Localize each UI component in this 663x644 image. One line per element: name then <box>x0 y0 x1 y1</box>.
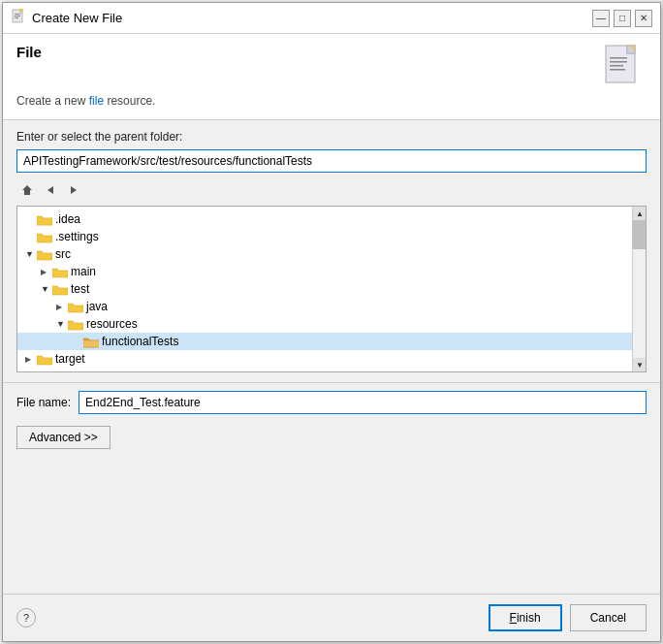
finish-underline-f: F <box>510 611 517 625</box>
scrollbar-down-button[interactable]: ▼ <box>633 358 647 371</box>
tree-label-idea: .idea <box>55 212 80 226</box>
filename-input[interactable] <box>79 391 647 414</box>
tree-item-src[interactable]: ▼ src <box>17 245 646 263</box>
advanced-section: Advanced >> <box>3 422 660 457</box>
tree-label-java: java <box>86 300 108 313</box>
svg-rect-4 <box>15 17 18 18</box>
header-section: File Create a new file resource. <box>3 34 660 120</box>
file-link[interactable]: file <box>89 94 104 108</box>
footer: ? Finish Cancel <box>3 594 660 641</box>
tree-label-test: test <box>71 282 89 296</box>
body-section: Enter or select the parent folder: <box>3 120 660 382</box>
minimize-button[interactable]: — <box>592 10 610 27</box>
dialog-title: Create New File <box>32 11 586 25</box>
tree-arrow-java[interactable]: ▶ <box>56 303 68 311</box>
file-illustration-icon <box>600 44 647 90</box>
tree-label-src: src <box>55 247 71 261</box>
parent-folder-input[interactable] <box>16 149 647 173</box>
folder-icon-main <box>52 266 68 278</box>
scrollbar-up-button[interactable]: ▲ <box>633 207 647 220</box>
folder-icon-src <box>37 248 52 261</box>
finish-button[interactable]: Finish <box>489 604 562 631</box>
folder-icon-settings <box>37 231 52 243</box>
svg-rect-6 <box>19 9 23 12</box>
parent-folder-label: Enter or select the parent folder: <box>16 130 647 144</box>
folder-tree: .idea .settings ▼ src <box>16 206 647 372</box>
scrollbar-thumb[interactable] <box>632 220 646 249</box>
svg-rect-2 <box>15 14 20 15</box>
restore-button[interactable]: □ <box>614 10 631 27</box>
forward-arrow-icon <box>68 184 79 196</box>
svg-rect-12 <box>610 65 623 67</box>
svg-marker-15 <box>22 185 32 195</box>
filename-section: File name: <box>3 382 660 422</box>
back-arrow-icon <box>45 184 56 196</box>
close-button[interactable]: ✕ <box>635 10 652 27</box>
section-title: File <box>16 44 42 60</box>
finish-label-rest: inish <box>517 611 541 625</box>
home-button[interactable] <box>16 180 38 200</box>
folder-icon-functionaltests <box>83 336 99 348</box>
dialog-icon <box>11 9 26 27</box>
svg-rect-11 <box>610 61 627 63</box>
spacer <box>3 457 660 594</box>
tree-label-functionaltests: functionalTests <box>102 335 178 348</box>
help-button[interactable]: ? <box>16 608 36 628</box>
title-bar: Create New File — □ ✕ <box>3 3 660 34</box>
header-title-row: File <box>16 44 647 90</box>
tree-arrow-src[interactable]: ▼ <box>25 249 37 259</box>
forward-button[interactable] <box>63 180 84 200</box>
tree-item-target[interactable]: ▶ target <box>17 350 646 368</box>
tree-arrow-target[interactable]: ▶ <box>25 355 37 364</box>
svg-marker-17 <box>71 186 77 194</box>
tree-label-main: main <box>71 265 96 278</box>
tree-item-idea[interactable]: .idea <box>17 210 646 228</box>
tree-arrow-resources[interactable]: ▼ <box>56 319 68 329</box>
cancel-button[interactable]: Cancel <box>570 604 647 631</box>
back-button[interactable] <box>40 180 61 200</box>
dialog-window: Create New File — □ ✕ File <box>2 2 661 642</box>
tree-arrow-main[interactable]: ▶ <box>41 268 52 276</box>
svg-rect-13 <box>610 69 625 71</box>
tree-item-resources[interactable]: ▼ resources <box>17 315 646 333</box>
tree-item-functionaltests[interactable]: functionalTests <box>17 333 646 350</box>
footer-buttons: Finish Cancel <box>489 604 647 631</box>
svg-rect-10 <box>610 57 627 59</box>
tree-item-test[interactable]: ▼ test <box>17 280 646 298</box>
tree-item-settings[interactable]: .settings <box>17 228 646 245</box>
tree-scrollbar[interactable]: ▲ ▼ <box>632 207 646 371</box>
tree-label-target: target <box>55 352 85 366</box>
svg-rect-18 <box>83 340 99 347</box>
tree-item-java[interactable]: ▶ java <box>17 298 646 315</box>
svg-marker-16 <box>47 186 53 194</box>
home-icon <box>21 184 33 196</box>
window-controls: — □ ✕ <box>592 10 652 27</box>
svg-rect-3 <box>15 16 20 16</box>
tree-label-settings: .settings <box>55 230 99 243</box>
tree-item-main[interactable]: ▶ main <box>17 263 646 280</box>
header-subtitle: Create a new file resource. <box>16 94 647 108</box>
folder-icon-idea <box>37 213 52 226</box>
advanced-button[interactable]: Advanced >> <box>16 426 110 449</box>
folder-icon-test <box>52 283 68 296</box>
tree-arrow-test[interactable]: ▼ <box>41 284 52 294</box>
folder-icon-java <box>68 301 83 313</box>
folder-icon-resources <box>68 318 83 331</box>
folder-toolbar <box>16 180 647 200</box>
tree-label-resources: resources <box>86 317 138 331</box>
filename-label: File name: <box>16 396 71 409</box>
folder-icon-target <box>37 353 52 366</box>
